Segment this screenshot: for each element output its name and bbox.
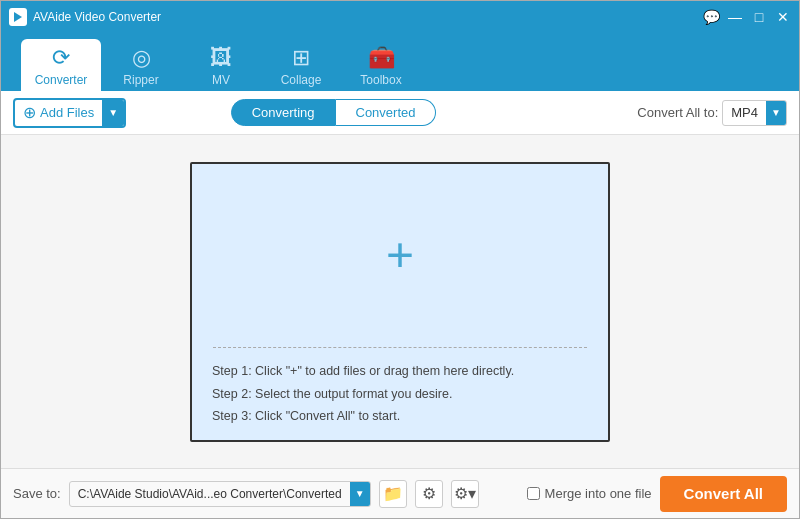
nav-item-toolbox[interactable]: 🧰 Toolbox xyxy=(341,39,421,91)
main-content: + Step 1: Click "+" to add files or drag… xyxy=(1,135,799,468)
nav-item-collage[interactable]: ⊞ Collage xyxy=(261,39,341,91)
instruction-1: Step 1: Click "+" to add files or drag t… xyxy=(212,360,588,383)
tab-converting[interactable]: Converting xyxy=(231,99,336,126)
instruction-2: Step 2: Select the output format you des… xyxy=(212,383,588,406)
app-icon xyxy=(9,8,27,26)
convert-all-to-section: Convert All to: MP4 ▼ xyxy=(637,100,787,126)
toolbox-icon: 🧰 xyxy=(368,45,395,71)
bottom-bar: Save to: C:\AVAide Studio\AVAid...eo Con… xyxy=(1,468,799,518)
chat-button[interactable]: 💬 xyxy=(703,9,719,25)
nav-item-ripper[interactable]: ◎ Ripper xyxy=(101,39,181,91)
nav-item-converter[interactable]: ⟳ Converter xyxy=(21,39,101,91)
collage-icon: ⊞ xyxy=(292,45,310,71)
svg-marker-0 xyxy=(14,12,22,22)
nav-label-toolbox: Toolbox xyxy=(360,73,401,87)
converter-icon: ⟳ xyxy=(52,45,70,71)
plus-circle-icon: ⊕ xyxy=(23,103,36,122)
open-folder-button[interactable]: 📁 xyxy=(379,480,407,508)
format-select[interactable]: MP4 ▼ xyxy=(722,100,787,126)
instruction-3: Step 3: Click "Convert All" to start. xyxy=(212,405,588,428)
add-files-main: ⊕ Add Files xyxy=(15,103,102,122)
save-path-value: C:\AVAide Studio\AVAid...eo Converter\Co… xyxy=(70,487,350,501)
nav-label-mv: MV xyxy=(212,73,230,87)
toolbar: ⊕ Add Files ▼ Converting Converted Conve… xyxy=(1,91,799,135)
nav-label-ripper: Ripper xyxy=(123,73,158,87)
save-to-label: Save to: xyxy=(13,486,61,501)
maximize-button[interactable]: □ xyxy=(751,9,767,25)
format-dropdown-arrow: ▼ xyxy=(766,101,786,125)
drop-zone-instructions: Step 1: Click "+" to add files or drag t… xyxy=(192,348,608,440)
format-value: MP4 xyxy=(723,105,766,120)
save-path-dropdown-arrow[interactable]: ▼ xyxy=(350,482,370,506)
drop-zone-plus-area: + xyxy=(192,164,608,348)
save-path-input[interactable]: C:\AVAide Studio\AVAid...eo Converter\Co… xyxy=(69,481,371,507)
merge-label: Merge into one file xyxy=(545,486,652,501)
convert-settings-button[interactable]: ⚙ xyxy=(415,480,443,508)
ripper-icon: ◎ xyxy=(132,45,151,71)
add-files-label: Add Files xyxy=(40,105,94,120)
drop-zone[interactable]: + Step 1: Click "+" to add files or drag… xyxy=(190,162,610,442)
convert-all-button[interactable]: Convert All xyxy=(660,476,787,512)
nav-label-collage: Collage xyxy=(281,73,322,87)
merge-checkbox[interactable] xyxy=(527,487,540,500)
add-files-button[interactable]: ⊕ Add Files ▼ xyxy=(13,98,126,128)
app-title: AVAide Video Converter xyxy=(33,10,161,24)
extra-settings-button[interactable]: ⚙▾ xyxy=(451,480,479,508)
add-files-plus-icon: + xyxy=(386,231,414,279)
convert-all-to-label: Convert All to: xyxy=(637,105,718,120)
title-bar-left: AVAide Video Converter xyxy=(9,8,161,26)
title-bar: AVAide Video Converter 💬 — □ ✕ xyxy=(1,1,799,33)
mv-icon: 🖼 xyxy=(210,45,232,71)
nav-label-converter: Converter xyxy=(35,73,88,87)
title-bar-controls: 💬 — □ ✕ xyxy=(703,9,791,25)
merge-checkbox-group: Merge into one file xyxy=(527,486,652,501)
tab-converted[interactable]: Converted xyxy=(336,99,437,126)
nav-item-mv[interactable]: 🖼 MV xyxy=(181,39,261,91)
nav-bar: ⟳ Converter ◎ Ripper 🖼 MV ⊞ Collage 🧰 To… xyxy=(1,33,799,91)
toolbar-tabs: Converting Converted xyxy=(231,99,437,126)
add-files-dropdown-arrow[interactable]: ▼ xyxy=(102,100,124,126)
minimize-button[interactable]: — xyxy=(727,9,743,25)
close-button[interactable]: ✕ xyxy=(775,9,791,25)
